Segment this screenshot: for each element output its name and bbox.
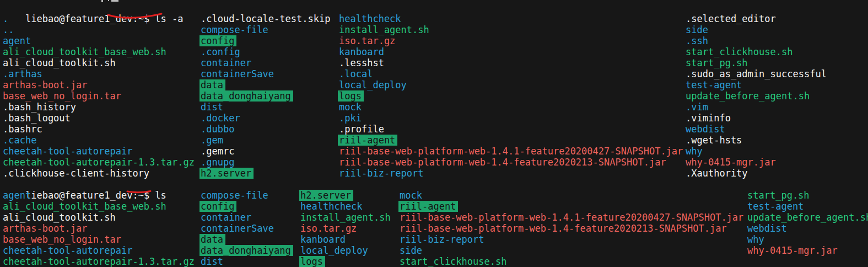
file-entry: .profile (339, 124, 384, 135)
file-entry: mock (400, 190, 422, 201)
file-entry: .sudo_as_admin_successful (686, 68, 827, 79)
file-entry: cheetah-tool-autorepair (3, 146, 132, 157)
file-entry: riil-agent (398, 201, 458, 212)
file-entry: riil-base-web-platform-web-1.4-feature20… (400, 223, 727, 234)
file-entry: logs (299, 256, 325, 267)
file-entry: iso.tar.gz (300, 223, 357, 234)
file-entry: .viminfo (686, 113, 731, 124)
file-entry: webdist (686, 124, 725, 135)
file-entry: base_web_no_login.tar (3, 90, 121, 102)
file-entry: why-0415-mgr.jar (686, 157, 776, 168)
file-entry: riil-biz-report (400, 234, 484, 245)
file-entry: h2.server (299, 190, 353, 201)
file-entry: healthcheck (300, 201, 363, 212)
file-entry: config (200, 35, 236, 46)
file-entry: riil-base-web-platform-web-1.4-feature20… (339, 157, 666, 168)
file-entry: data (200, 234, 225, 245)
file-entry: local_deploy (300, 245, 368, 256)
file-entry: .bashrc (3, 124, 42, 135)
ls-output: agentali_cloud_toolkit_base_web.shali_cl… (0, 190, 868, 267)
file-entry: .vim (686, 102, 708, 113)
file-entry: cheetah-tool-autorepair-1.3.tar.gz (3, 157, 195, 168)
file-entry: .arthas (3, 68, 42, 79)
file-entry: .selected_editor (686, 13, 776, 24)
file-entry: side (400, 245, 422, 256)
file-entry: .docker (201, 113, 240, 124)
file-entry: .gem (201, 135, 223, 146)
file-entry: kanboard (339, 46, 384, 57)
file-entry: cheetah-tool-autorepair (3, 245, 132, 256)
file-entry: .cloud-locale-test.skip (201, 13, 330, 24)
file-entry: container (201, 212, 251, 223)
file-entry: local_deploy (339, 79, 407, 90)
ls-a-output: ...agentali_cloud_toolkit_base_web.shali… (0, 13, 868, 179)
file-entry: ali_cloud_toolkit.sh (3, 57, 116, 68)
file-entry: .bash_logout (3, 113, 71, 124)
file-entry: .. (3, 24, 14, 35)
file-entry: .bash_history (3, 102, 76, 113)
file-entry: riil-base-web-platform-web-1.4.1-feature… (400, 212, 743, 223)
file-entry: riil-agent (338, 135, 397, 146)
file-entry: riil-biz-report (339, 168, 424, 179)
file-entry: container (201, 57, 251, 68)
file-entry: compose-file (201, 190, 268, 201)
file-entry: update_before_agent.sh (747, 212, 868, 223)
file-entry: riil-base-web-platform-web-1.4.1-feature… (339, 146, 683, 157)
file-entry: healthcheck (339, 13, 401, 24)
terminal-window[interactable]: { "terminal": { "palette": { "background… (0, 0, 868, 267)
file-entry: install_agent.sh (339, 24, 429, 35)
file-entry: config (200, 201, 236, 212)
file-entry: mock (339, 102, 362, 113)
file-entry: .local (339, 68, 373, 79)
file-entry: compose-file (201, 24, 268, 35)
file-entry: start_clickhouse.sh (686, 46, 792, 57)
file-entry: ali_cloud_toolkit_base_web.sh (3, 46, 166, 57)
file-entry: side (686, 24, 708, 35)
file-entry: start_pg.sh (686, 57, 748, 68)
file-entry: logs (338, 90, 364, 102)
file-entry: why-0415-mgr.jar (747, 245, 838, 256)
file-entry: data_donghaiyang (200, 245, 293, 256)
file-entry: data_donghaiyang (200, 90, 293, 102)
file-entry: start_pg.sh (747, 190, 810, 201)
file-entry: iso.tar.gz (339, 35, 395, 46)
file-entry: ali_cloud_toolkit.sh (3, 212, 116, 223)
file-entry: . (3, 13, 8, 24)
file-entry: agent (3, 35, 31, 46)
file-entry: start_clickhouse.sh (400, 256, 506, 267)
file-entry: data (200, 79, 225, 90)
file-entry: arthas-boot.jar (3, 223, 88, 234)
file-entry: update_before_agent.sh (686, 90, 810, 102)
file-entry: .gnupg (201, 157, 234, 168)
file-entry: .config (201, 46, 240, 57)
file-entry: .gemrc (201, 146, 234, 157)
file-entry: .wget-hsts (686, 135, 742, 146)
file-entry: why (747, 234, 764, 245)
file-entry: containerSave (201, 223, 274, 234)
file-entry: .cache (3, 135, 36, 146)
file-entry: webdist (747, 223, 787, 234)
file-entry: dist (201, 102, 223, 113)
file-entry: install_agent.sh (300, 212, 391, 223)
file-entry: .lesshst (339, 57, 384, 68)
file-entry: base_web_no_login.tar (3, 234, 121, 245)
file-entry: containerSave (201, 68, 274, 79)
file-entry: .clickhouse-client-history (3, 168, 149, 179)
file-entry: test-agent (686, 79, 742, 90)
file-entry: test-agent (747, 201, 804, 212)
terminal-screen[interactable]: liebao@feature1_dev:~$ ls -a ...agentali… (0, 0, 868, 267)
file-entry: .pki (339, 113, 362, 124)
file-entry: arthas-boot.jar (3, 79, 88, 90)
file-entry: dist (201, 256, 223, 267)
file-entry: cheetah-tool-autorepair-1.3.tar.gz (3, 256, 195, 267)
file-entry: kanboard (300, 234, 346, 245)
file-entry: .ssh (686, 35, 708, 46)
file-entry: agent (3, 190, 31, 201)
file-entry: .dubbo (201, 124, 234, 135)
file-entry: h2.server (200, 168, 254, 179)
file-entry: .Xauthority (686, 168, 748, 179)
file-entry: ali_cloud_toolkit_base_web.sh (3, 201, 166, 212)
file-entry: why (686, 146, 703, 157)
